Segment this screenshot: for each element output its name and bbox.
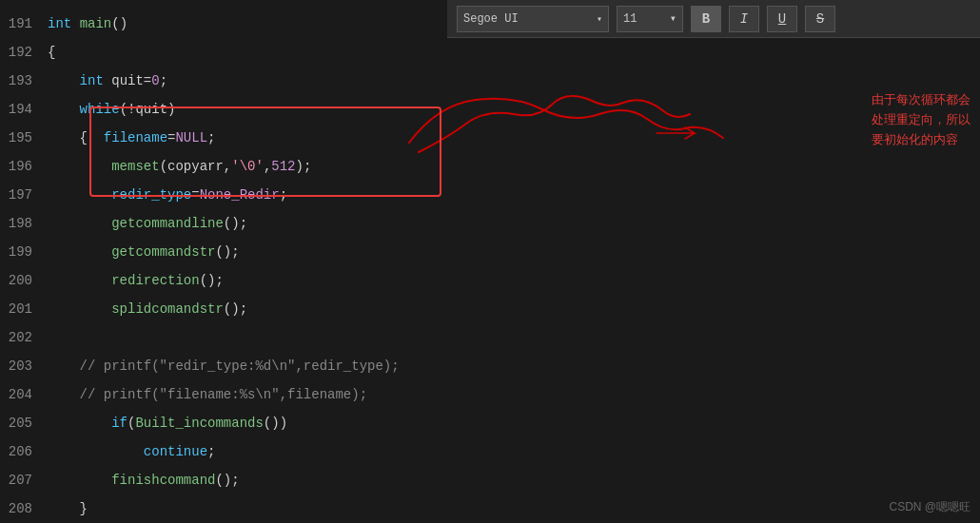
- strikethrough-button[interactable]: S: [805, 6, 835, 32]
- code-line-192: 192 {: [0, 38, 980, 67]
- code-line-200: 200 redirection();: [0, 266, 980, 295]
- code-text: [48, 323, 55, 352]
- line-number: 200: [0, 266, 48, 295]
- line-number: 192: [0, 38, 48, 67]
- font-family-dropdown[interactable]: Segoe UI ▾: [457, 6, 609, 32]
- font-size-dropdown[interactable]: 11 ▾: [617, 6, 683, 32]
- code-line-198: 198 getcommandline();: [0, 209, 980, 238]
- line-number: 201: [0, 295, 48, 323]
- code-line-202: 202: [0, 323, 980, 352]
- code-line-205: 205 if(Built_incommands()): [0, 409, 980, 437]
- watermark: CSDN @嗯嗯旺: [889, 499, 970, 515]
- code-text: memset(copyarr,'\0',512);: [48, 152, 311, 181]
- line-number: 199: [0, 238, 48, 266]
- code-text: {: [48, 38, 55, 67]
- line-number: 203: [0, 352, 48, 380]
- code-text: redir_type=None_Redir;: [48, 181, 287, 209]
- code-text: }: [48, 494, 88, 523]
- code-line-206: 206 continue;: [0, 437, 980, 466]
- code-line-193: 193 int quit=0;: [0, 67, 980, 95]
- code-line-208: 208 }: [0, 494, 980, 523]
- line-number: 194: [0, 95, 48, 124]
- code-line-207: 207 finishcommand();: [0, 466, 980, 494]
- font-size-value: 11: [623, 12, 637, 26]
- code-line-203: 203 // printf("redir_type:%d\n",redir_ty…: [0, 352, 980, 380]
- code-text: continue;: [48, 437, 215, 466]
- code-line-194: 194 while(!quit): [0, 95, 980, 124]
- code-line-201: 201 splidcomandstr();: [0, 295, 980, 323]
- code-text: finishcommand();: [48, 466, 240, 494]
- code-text: int main(): [48, 10, 127, 38]
- code-text: while(!quit): [48, 95, 175, 124]
- line-number: 198: [0, 209, 48, 238]
- code-text: int quit=0;: [48, 67, 167, 95]
- line-number: 205: [0, 409, 48, 437]
- font-family-arrow-icon: ▾: [597, 13, 602, 25]
- line-number: 196: [0, 152, 48, 181]
- code-text: // printf("filename:%s\n",filename);: [48, 380, 367, 409]
- line-number: 202: [0, 323, 48, 352]
- code-text: splidcomandstr();: [48, 295, 247, 323]
- line-number: 193: [0, 67, 48, 95]
- line-number: 206: [0, 437, 48, 466]
- italic-button[interactable]: I: [729, 6, 759, 32]
- line-number: 208: [0, 494, 48, 523]
- code-text: getcommandline();: [48, 209, 247, 238]
- code-editor: 191 int main() 192 { 193 int quit=0; 194…: [0, 0, 980, 523]
- code-line-204: 204 // printf("filename:%s\n",filename);: [0, 380, 980, 409]
- bold-button[interactable]: B: [691, 6, 721, 32]
- code-text: // printf("redir_type:%d\n",redir_type);: [48, 352, 400, 380]
- font-family-value: Segoe UI: [463, 12, 519, 26]
- underline-button[interactable]: U: [767, 6, 797, 32]
- code-text: if(Built_incommands()): [48, 409, 287, 437]
- toolbar: Segoe UI ▾ 11 ▾ B I U S: [447, 0, 980, 38]
- code-line-196: 196 memset(copyarr,'\0',512);: [0, 152, 980, 181]
- line-number: 197: [0, 181, 48, 209]
- line-number: 204: [0, 380, 48, 409]
- code-line-195: 195 { filename=NULL;: [0, 124, 980, 152]
- code-text: getcommandstr();: [48, 238, 240, 266]
- annotation-chinese-text: 由于每次循环都会 处理重定向，所以 要初始化的内容: [872, 90, 970, 149]
- code-line-199: 199 getcommandstr();: [0, 238, 980, 266]
- code-text: redirection();: [48, 266, 224, 295]
- line-number: 195: [0, 124, 48, 152]
- font-size-arrow-icon: ▾: [670, 11, 676, 26]
- line-number: 207: [0, 466, 48, 494]
- line-number: 191: [0, 10, 48, 38]
- code-line-197: 197 redir_type=None_Redir;: [0, 181, 980, 209]
- code-text: { filename=NULL;: [48, 124, 215, 152]
